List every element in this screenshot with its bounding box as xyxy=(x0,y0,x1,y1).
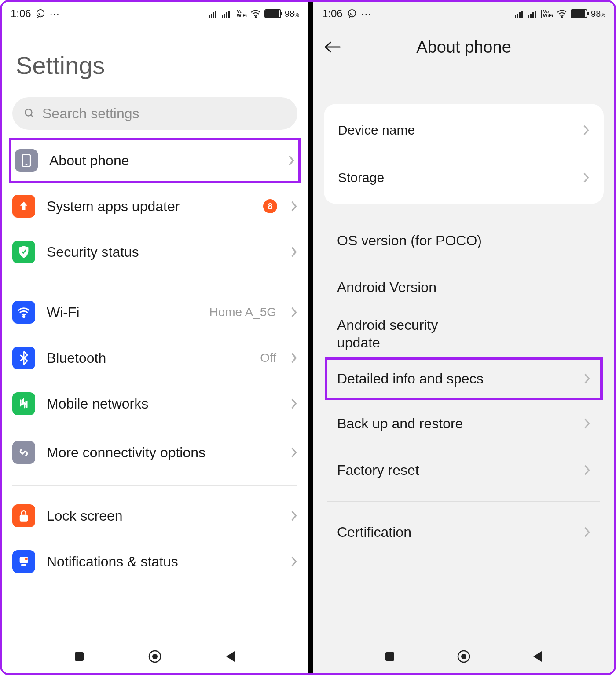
clock: 1:06 xyxy=(322,7,343,20)
certification-item[interactable]: Certification xyxy=(327,509,600,555)
svg-point-10 xyxy=(25,109,32,116)
certification-label: Certification xyxy=(337,523,583,541)
navigation-bar xyxy=(2,640,308,673)
more-connectivity-item[interactable]: More connectivity options xyxy=(12,427,297,478)
detailed-info-item[interactable]: Detailed info and specs xyxy=(327,360,600,398)
signal-sim1-icon xyxy=(209,10,218,18)
android-version-item[interactable]: Android Version xyxy=(327,264,600,310)
chevron-right-icon xyxy=(583,418,590,429)
chevron-right-icon xyxy=(288,155,295,166)
search-input[interactable]: Search settings xyxy=(12,97,297,130)
svg-rect-29 xyxy=(532,12,534,18)
os-version-label: OS version (for POCO) xyxy=(337,232,482,249)
bluetooth-icon xyxy=(12,347,35,369)
notifications-item[interactable]: Notifications & status xyxy=(12,539,297,584)
chevron-right-icon xyxy=(583,172,590,183)
vowifi-icon: VoWiFi xyxy=(541,10,553,18)
highlighted-about-phone: About phone xyxy=(9,138,301,183)
nav-home-button[interactable] xyxy=(143,644,167,669)
settings-screen: 1:06 ··· VoWiFi 98% Settings xyxy=(2,2,308,673)
svg-point-0 xyxy=(37,10,44,17)
nav-back-button[interactable] xyxy=(525,644,550,669)
bluetooth-item[interactable]: Bluetooth Off xyxy=(12,335,297,381)
backup-restore-item[interactable]: Back up and restore xyxy=(327,400,600,447)
wifi-item[interactable]: Wi-Fi Home A_5G xyxy=(12,289,297,335)
android-version-label: Android Version xyxy=(337,278,482,296)
svg-rect-15 xyxy=(20,515,28,522)
os-version-item[interactable]: OS version (for POCO) xyxy=(327,217,600,264)
svg-rect-23 xyxy=(515,15,516,18)
bluetooth-label: Bluetooth xyxy=(47,350,249,366)
updater-label: System apps updater xyxy=(47,198,252,215)
chevron-right-icon xyxy=(583,464,590,476)
bluetooth-value: Off xyxy=(260,351,276,365)
notifications-label: Notifications & status xyxy=(47,554,279,570)
mobile-networks-item[interactable]: Mobile networks xyxy=(12,381,297,427)
nav-back-button[interactable] xyxy=(218,644,243,669)
device-card: Device name Storage xyxy=(324,104,604,204)
search-icon xyxy=(24,108,35,119)
security-update-item[interactable]: Android security update xyxy=(327,310,600,357)
chevron-right-icon xyxy=(583,124,590,136)
wifi-status-icon xyxy=(557,9,567,18)
updater-icon xyxy=(12,195,35,218)
svg-rect-3 xyxy=(213,12,214,18)
svg-rect-8 xyxy=(228,11,230,18)
storage-item[interactable]: Storage xyxy=(326,154,602,201)
about-phone-icon xyxy=(15,149,38,172)
clock: 1:06 xyxy=(11,7,31,20)
storage-label: Storage xyxy=(338,170,583,186)
page-title: Settings xyxy=(12,26,297,97)
battery-percent: 98% xyxy=(591,9,605,19)
back-button[interactable] xyxy=(319,34,346,60)
security-label: Security status xyxy=(47,244,279,260)
more-connectivity-label: More connectivity options xyxy=(47,445,279,461)
signal-sim1-icon xyxy=(515,10,524,18)
lock-screen-label: Lock screen xyxy=(47,508,279,524)
updater-badge: 8 xyxy=(263,199,277,213)
chevron-right-icon xyxy=(290,447,297,458)
nav-home-button[interactable] xyxy=(451,644,476,669)
svg-rect-7 xyxy=(226,12,227,18)
battery-icon xyxy=(264,9,281,18)
battery-icon xyxy=(571,9,587,18)
status-bar: 1:06 ··· VoWiFi 98% xyxy=(2,2,308,26)
factory-reset-item[interactable]: Factory reset xyxy=(327,447,600,493)
wifi-status-icon xyxy=(250,9,261,18)
chevron-right-icon xyxy=(290,398,297,409)
svg-rect-2 xyxy=(211,14,212,18)
more-notifications-icon: ··· xyxy=(361,7,371,20)
svg-point-18 xyxy=(25,558,28,560)
link-icon xyxy=(12,441,35,464)
about-phone-label: About phone xyxy=(49,153,276,169)
svg-point-31 xyxy=(561,17,562,18)
detailed-info-label: Detailed info and specs xyxy=(337,370,583,387)
lock-screen-item[interactable]: Lock screen xyxy=(12,493,297,539)
svg-point-14 xyxy=(23,316,25,317)
about-phone-item[interactable]: About phone xyxy=(15,140,295,181)
chevron-right-icon xyxy=(290,510,297,522)
svg-point-22 xyxy=(348,10,356,17)
wifi-icon xyxy=(12,301,35,324)
svg-line-11 xyxy=(31,115,33,117)
svg-rect-33 xyxy=(385,652,394,661)
svg-rect-28 xyxy=(530,14,532,18)
chevron-right-icon xyxy=(290,201,297,212)
more-notifications-icon: ··· xyxy=(50,7,60,20)
svg-rect-6 xyxy=(224,14,225,18)
navigation-bar xyxy=(313,640,614,673)
mobile-networks-label: Mobile networks xyxy=(47,396,279,412)
signal-sim2-icon xyxy=(528,10,538,18)
svg-point-9 xyxy=(255,17,256,18)
search-placeholder: Search settings xyxy=(42,106,139,122)
nav-recent-button[interactable] xyxy=(378,644,402,669)
nav-recent-button[interactable] xyxy=(67,644,92,669)
highlighted-detailed-info: Detailed info and specs xyxy=(325,357,603,400)
system-apps-updater-item[interactable]: System apps updater 8 xyxy=(12,183,297,229)
security-status-item[interactable]: Security status xyxy=(12,229,297,275)
chevron-right-icon xyxy=(290,306,297,318)
factory-reset-label: Factory reset xyxy=(337,461,583,479)
mobile-networks-icon xyxy=(12,392,35,415)
divider xyxy=(12,282,297,282)
device-name-item[interactable]: Device name xyxy=(326,106,602,154)
